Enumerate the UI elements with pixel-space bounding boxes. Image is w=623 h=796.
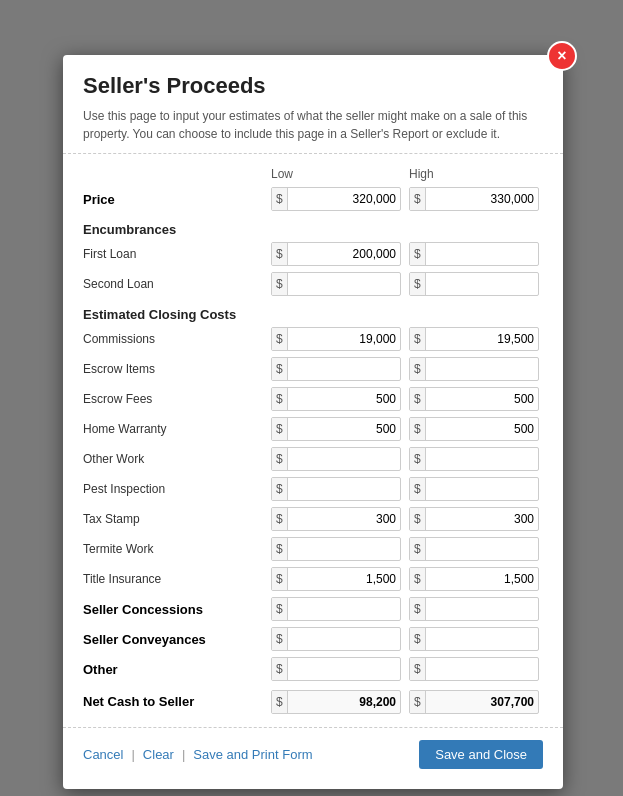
- low-input[interactable]: [288, 273, 400, 295]
- high-input-group: $: [409, 537, 539, 561]
- row-label: Commissions: [83, 324, 267, 354]
- currency-symbol: $: [410, 478, 426, 500]
- low-input-group: $: [271, 537, 401, 561]
- high-input[interactable]: [426, 243, 538, 265]
- low-input[interactable]: [288, 538, 400, 560]
- table-row: Pest Inspection $ $: [83, 474, 543, 504]
- low-input[interactable]: [288, 448, 400, 470]
- high-input[interactable]: [426, 448, 538, 470]
- low-input[interactable]: [288, 358, 400, 380]
- high-input[interactable]: [426, 598, 538, 620]
- table-row: Seller Concessions $ $: [83, 594, 543, 624]
- currency-symbol: $: [410, 328, 426, 350]
- low-input-group: $: [271, 477, 401, 501]
- currency-symbol: $: [272, 358, 288, 380]
- low-input-group: $: [271, 627, 401, 651]
- currency-symbol: $: [410, 243, 426, 265]
- table-row: Title Insurance $ $: [83, 564, 543, 594]
- currency-symbol: $: [272, 538, 288, 560]
- clear-button[interactable]: Clear: [143, 747, 174, 762]
- modal-title: Seller's Proceeds: [83, 73, 543, 99]
- currency-symbol: $: [410, 188, 426, 210]
- row-label: Pest Inspection: [83, 474, 267, 504]
- table-row: Seller Conveyances $ $: [83, 624, 543, 654]
- table-row: Termite Work $ $: [83, 534, 543, 564]
- high-input-group: $: [409, 327, 539, 351]
- high-input[interactable]: [426, 418, 538, 440]
- low-input[interactable]: [288, 388, 400, 410]
- high-input[interactable]: [426, 273, 538, 295]
- cancel-button[interactable]: Cancel: [83, 747, 123, 762]
- save-close-button[interactable]: Save and Close: [419, 740, 543, 769]
- low-input[interactable]: [288, 328, 400, 350]
- currency-symbol: $: [410, 598, 426, 620]
- low-input[interactable]: [288, 568, 400, 590]
- low-input-group: $: [271, 242, 401, 266]
- currency-symbol: $: [410, 358, 426, 380]
- low-input-group: $: [271, 657, 401, 681]
- high-input[interactable]: [426, 508, 538, 530]
- col-header-high: High: [405, 164, 543, 184]
- row-label: Second Loan: [83, 269, 267, 299]
- low-input[interactable]: [288, 658, 400, 680]
- currency-symbol: $: [272, 448, 288, 470]
- currency-symbol: $: [272, 628, 288, 650]
- low-input[interactable]: [288, 508, 400, 530]
- high-input[interactable]: [426, 478, 538, 500]
- low-input-group: $: [271, 447, 401, 471]
- low-input-group: $: [271, 417, 401, 441]
- close-button[interactable]: ×: [547, 41, 577, 71]
- row-label: Net Cash to Seller: [83, 684, 267, 717]
- low-input-group: $: [271, 327, 401, 351]
- net-high-input-group: $: [409, 690, 539, 714]
- high-input-group: $: [409, 507, 539, 531]
- currency-symbol: $: [410, 628, 426, 650]
- high-input-group: $: [409, 447, 539, 471]
- high-input-group: $: [409, 477, 539, 501]
- table-row: Encumbrances: [83, 214, 543, 239]
- high-input-group: $: [409, 657, 539, 681]
- currency-symbol: $: [272, 388, 288, 410]
- price-high-input[interactable]: [426, 188, 538, 210]
- modal-header: Seller's Proceeds Use this page to input…: [63, 55, 563, 154]
- table-row: Net Cash to Seller $ $: [83, 684, 543, 717]
- high-input-group: $: [409, 387, 539, 411]
- high-input[interactable]: [426, 358, 538, 380]
- currency-symbol: $: [410, 508, 426, 530]
- price-low-input-group: $: [271, 187, 401, 211]
- high-input[interactable]: [426, 538, 538, 560]
- low-input-group: $: [271, 357, 401, 381]
- modal-body: Low High Price $ $: [63, 154, 563, 727]
- low-input[interactable]: [288, 478, 400, 500]
- price-low-input[interactable]: [288, 188, 400, 210]
- section-header-label: Encumbrances: [83, 214, 543, 239]
- low-input-group: $: [271, 567, 401, 591]
- currency-symbol: $: [272, 243, 288, 265]
- high-input[interactable]: [426, 388, 538, 410]
- low-input[interactable]: [288, 418, 400, 440]
- high-input[interactable]: [426, 328, 538, 350]
- net-low-input[interactable]: [288, 691, 400, 713]
- low-input[interactable]: [288, 598, 400, 620]
- table-row: Other $ $: [83, 654, 543, 684]
- net-high-input[interactable]: [426, 691, 538, 713]
- high-input[interactable]: [426, 628, 538, 650]
- high-input[interactable]: [426, 658, 538, 680]
- table-row: Tax Stamp $ $: [83, 504, 543, 534]
- low-input-group: $: [271, 387, 401, 411]
- currency-symbol: $: [272, 418, 288, 440]
- table-row: Other Work $ $: [83, 444, 543, 474]
- proceeds-table: Low High Price $ $: [83, 164, 543, 717]
- high-input-group: $: [409, 597, 539, 621]
- table-row: Escrow Items $ $: [83, 354, 543, 384]
- row-label: Seller Concessions: [83, 594, 267, 624]
- section-header-label: Estimated Closing Costs: [83, 299, 543, 324]
- low-input[interactable]: [288, 628, 400, 650]
- low-input[interactable]: [288, 243, 400, 265]
- row-label: Home Warranty: [83, 414, 267, 444]
- table-row: Estimated Closing Costs: [83, 299, 543, 324]
- currency-symbol: $: [272, 508, 288, 530]
- high-input-group: $: [409, 242, 539, 266]
- high-input[interactable]: [426, 568, 538, 590]
- save-print-button[interactable]: Save and Print Form: [193, 747, 312, 762]
